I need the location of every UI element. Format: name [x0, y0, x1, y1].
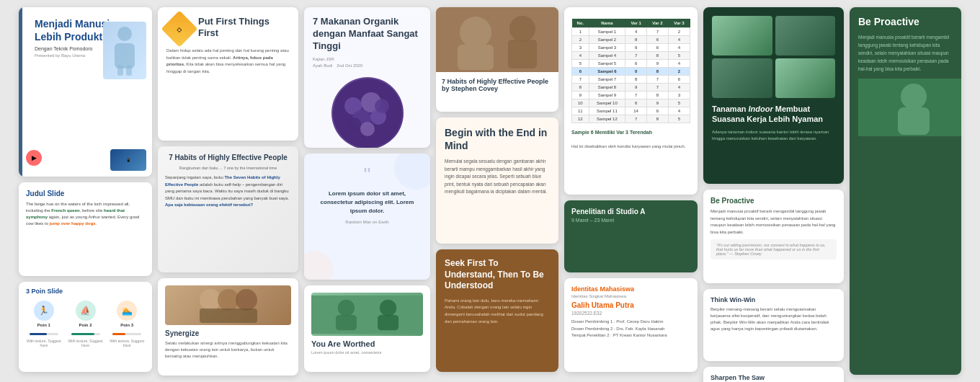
penelitian-highlight: Sampie 6 Memiliki Var 3 Terendah: [571, 129, 690, 137]
you-are-title: You Are Worthed: [311, 339, 423, 348]
table-row: 11Sampel 111464: [572, 107, 690, 115]
svg-point-14: [360, 122, 375, 136]
begin-body: Memulai segala sesuatu dengan gambaran a…: [445, 158, 550, 195]
svg-point-17: [338, 299, 355, 316]
svg-point-28: [901, 84, 927, 110]
table-cell: 7: [647, 28, 669, 36]
table-row: 8Sampel 8974: [572, 84, 690, 92]
slide-begin-with-end[interactable]: Begin with the End in Mind Memulai segal…: [436, 117, 558, 244]
slide-menjadi[interactable]: Menjadi Manusia yang Lebih Produktif Den…: [19, 7, 152, 177]
table-cell: 7: [647, 84, 669, 92]
table-row: 1Sampel 1472: [572, 28, 690, 36]
slide-identitas[interactable]: Identitas Mahasiswa Identitas Singkat Ma…: [564, 278, 698, 372]
svg-rect-1: [115, 43, 135, 68]
7makanan-title: 7 Makanan Organik dengan Manfaat Sangat …: [313, 16, 422, 53]
table-cell: 1: [572, 28, 589, 36]
svg-rect-16: [311, 295, 423, 333]
svg-point-6: [236, 289, 257, 311]
table-cell: Sampel 12: [589, 115, 625, 123]
covey-title: 7 Habits of Highly Effective People by S…: [436, 72, 558, 98]
svg-rect-3: [126, 65, 132, 76]
table-cell: 0: [625, 68, 647, 76]
table-cell: 10: [572, 99, 589, 107]
slide-be-proactive-right[interactable]: Be Proactive Menjadi manusia proaktif be…: [703, 190, 844, 283]
slide-lorem-quote[interactable]: " Lorem ipsum dolor sit amet, consectetu…: [304, 154, 430, 280]
identitas-dosen2: Dosen Pembimbing 2 : Drs. Feb. Kayla Has…: [571, 326, 690, 333]
slide-penelitian-table[interactable]: No. Nama Var 1 Var 2 Var 3 1Sampel 14722…: [564, 7, 698, 195]
tanaman-images: [712, 16, 835, 98]
table-cell: 6: [669, 76, 690, 84]
svg-rect-2: [117, 65, 123, 76]
7makanan-date: 2nd Oct 2020: [337, 63, 362, 68]
table-cell: 3: [669, 92, 690, 99]
table-cell: 8: [625, 76, 647, 84]
col-nama: Nama: [589, 19, 625, 28]
table-cell: Sampel 9: [589, 92, 625, 99]
slide-you-are-worthed[interactable]: You Are Worthed Lorem ipsum dolor sit am…: [304, 285, 430, 372]
table-cell: 4: [669, 84, 690, 92]
table-cell: 4: [669, 60, 690, 68]
column-7: Be Proactive Menjadi manusia proaktif be…: [850, 7, 961, 375]
slide-synergize[interactable]: Synergize Selalu melakukan sinergi artin…: [158, 278, 298, 376]
table-cell: Sampel 1: [589, 28, 625, 36]
table-cell: Sampel 7: [589, 76, 625, 84]
seek-title: Seek First To Understand, Then To Be Und…: [445, 258, 550, 292]
berry-image: [331, 77, 404, 148]
col-no: No.: [572, 19, 589, 28]
sharpen-title: Sharpen The Saw: [710, 374, 837, 381]
poin-icon-3: 🏊: [117, 301, 137, 321]
identitas-nim: 19202522.E32: [571, 311, 690, 316]
accent-bar: [19, 7, 22, 177]
slide-put-first[interactable]: ⬦ Put First Things First Dalam hidup sel…: [158, 7, 298, 141]
think-win-body: Berpikir menang-menang berarti selalu me…: [710, 306, 837, 332]
table-cell: 5: [669, 115, 690, 123]
table-cell: 11: [572, 107, 589, 115]
tanaman-body: Adanya tanaman indoor suasana kantor leb…: [712, 129, 835, 143]
poin-label-2: Poin 2: [79, 323, 92, 327]
poin-row: 🏃 Poin 1 With texture, Suggest have ⛵ Po…: [26, 301, 145, 347]
col-var2: Var 2: [647, 19, 669, 28]
table-cell: Sampel 5: [589, 60, 625, 68]
table-row: 10Sampel 10695: [572, 99, 690, 107]
proactive-quote: "It's our willing permission, our consen…: [710, 239, 837, 259]
table-row: 3Sampel 3964: [572, 44, 690, 52]
you-are-image: [311, 293, 423, 336]
svg-rect-18: [336, 314, 357, 329]
be-proactive-right-title: Be Proactive: [710, 197, 837, 205]
table-cell: 8: [647, 92, 669, 99]
begin-title: Begin with the End in Mind: [445, 126, 550, 152]
slide-seek-first[interactable]: Seek First To Understand, Then To Be Und…: [436, 249, 558, 372]
table-row: 4Sampel 4785: [572, 52, 690, 60]
slide-tanaman-indoor[interactable]: Tanaman Indoor Membuat Suasana Kerja Leb…: [703, 7, 844, 184]
slide-studio-a[interactable]: Penelitian di Studio A 9 Maret – 23 Mare…: [564, 200, 698, 272]
table-cell: 2: [572, 36, 589, 44]
table-cell: 7: [625, 115, 647, 123]
column-2: ⬦ Put First Things First Dalam hidup sel…: [158, 7, 298, 375]
slide-think-win[interactable]: Think Win-Win Berpikir menang-menang ber…: [703, 289, 844, 361]
put-first-body: Dalam hidup selalu ada hal penting dan h…: [166, 48, 290, 75]
svg-point-15: [375, 99, 389, 113]
table-cell: Sampel 6: [589, 68, 625, 76]
7habits-subtitle: Rangkuman dari buku ... 7 one by the Int…: [165, 166, 291, 170]
poin-desc-3: With texture, Suggest have: [109, 339, 145, 347]
table-cell: Sampel 4: [589, 52, 625, 60]
table-cell: 3: [572, 44, 589, 52]
table-cell: 8: [647, 52, 669, 60]
table-cell: 14: [625, 107, 647, 115]
slide-3poin[interactable]: 3 Poin Slide 🏃 Poin 1 With texture, Sugg…: [19, 282, 152, 372]
penelitian-desc-text: Hal ini disebabkan oleh kondisi karyawan…: [571, 144, 685, 148]
table-row: 5Sampel 5694: [572, 60, 690, 68]
table-cell: 8: [647, 68, 669, 76]
slide-sharpen-the-saw[interactable]: Sharpen The Saw Selalu memelihara dan me…: [703, 367, 844, 382]
be-proactive-person-image: [858, 79, 953, 136]
column-6: Tanaman Indoor Membuat Suasana Kerja Leb…: [703, 7, 844, 375]
slide-be-proactive-last[interactable]: Be Proactive Menjadi manusia proaktif be…: [850, 7, 961, 375]
col-var3: Var 3: [669, 19, 690, 28]
slide-7habits[interactable]: 7 Habits of Highly Effective People Rang…: [158, 146, 298, 272]
slide-judul[interactable]: Judul Slide The beige hue on the waters …: [19, 182, 152, 276]
svg-point-19: [380, 299, 396, 316]
table-cell: 6: [625, 99, 647, 107]
slide-7habits-covey[interactable]: 7 Habits of Highly Effective People by S…: [436, 7, 558, 112]
slide-7makanan[interactable]: 7 Makanan Organik dengan Manfaat Sangat …: [304, 7, 430, 148]
table-cell: 8: [572, 84, 589, 92]
